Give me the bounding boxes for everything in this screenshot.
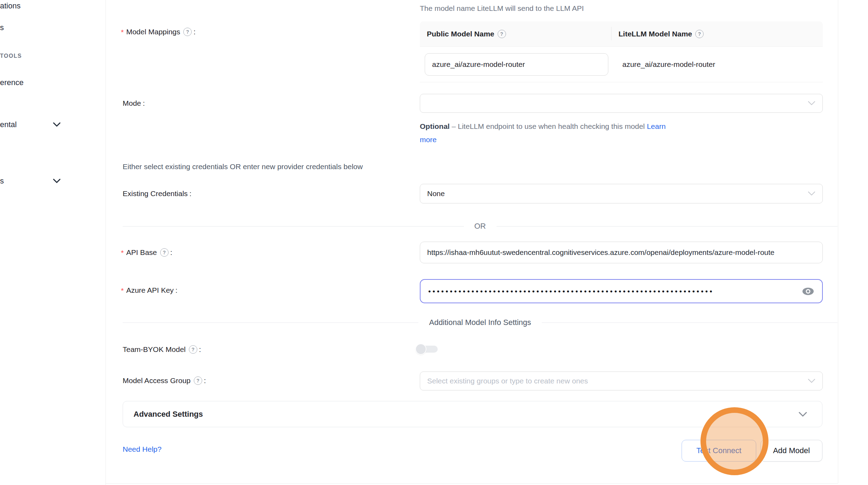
sidebar-section-label: TOOLS [0,53,22,59]
required-asterisk: * [121,28,124,36]
api-base-label: * API Base ? : [121,247,172,258]
test-connect-button[interactable]: Test Connect [682,440,756,462]
model-access-group-select[interactable]: Select existing groups or type to create… [420,372,823,390]
model-mappings-label: * Model Mappings ? : [121,26,196,37]
chevron-down-icon [808,101,815,106]
or-divider: OR [123,220,838,233]
mode-label-text: Mode [123,99,141,108]
chevron-down-icon [808,379,815,383]
question-circle-icon[interactable]: ? [189,345,197,354]
model-access-group-placeholder: Select existing groups or type to create… [427,377,588,385]
sidebar-item-clipped-2[interactable]: s [0,22,4,34]
label-colon: : [199,345,201,354]
required-asterisk: * [121,287,124,294]
label-colon: : [190,189,192,198]
additional-settings-divider-text: Additional Model Info Settings [418,318,541,327]
label-colon: : [170,248,172,257]
api-base-input-wrapper [420,242,823,263]
table-header-row: Public Model Name ? LiteLLM Model Name ? [420,21,823,47]
question-circle-icon[interactable]: ? [160,248,169,257]
eye-icon[interactable] [802,287,814,296]
model-name-help-text: The model name LiteLLM will send to the … [420,4,584,13]
api-base-label-text: API Base [126,248,157,257]
api-base-input[interactable] [420,248,822,257]
model-access-group-label: Model Access Group ? : [123,375,206,386]
sidebar-item-label: s [0,23,4,32]
add-model-button[interactable]: Add Model [760,440,822,462]
learn-more-link[interactable]: more [420,133,711,146]
chevron-down-icon [53,120,61,129]
masked-password-value: ••••••••••••••••••••••••••••••••••••••••… [428,287,798,296]
model-access-group-label-text: Model Access Group [123,376,191,385]
additional-settings-divider: Additional Model Info Settings [123,316,838,329]
table-row: azure_ai/azure-model-router [420,47,823,82]
sidebar-item-label: ental [0,120,17,129]
sidebar-divider [105,0,106,485]
public-model-name-input[interactable] [425,60,608,69]
chevron-down-icon [808,191,815,196]
sidebar-item-clipped-1[interactable]: ations [0,0,21,12]
azure-api-key-input[interactable]: ••••••••••••••••••••••••••••••••••••••••… [420,279,823,303]
existing-credentials-label: Existing Credentials : [123,188,191,199]
sidebar-item-label: ations [0,1,21,11]
advanced-settings-panel[interactable]: Advanced Settings [123,401,822,427]
sidebar-item-clipped-3[interactable]: erence [0,77,23,89]
mode-help-text: Optional – LiteLLM endpoint to use when … [420,120,711,146]
learn-more-link[interactable]: Learn [647,122,666,130]
add-model-page: ations s TOOLS erence ental s The model … [0,0,868,485]
content-bottom-border [105,483,838,484]
existing-credentials-select[interactable]: None [420,184,823,203]
existing-credentials-value: None [427,189,445,198]
sidebar-item-label: erence [0,78,23,87]
label-colon: : [204,376,206,385]
team-byok-label: Team-BYOK Model ? : [123,344,201,355]
label-colon: : [193,28,196,36]
question-circle-icon[interactable]: ? [498,30,506,38]
sidebar-item-clipped-4[interactable]: ental [0,119,17,131]
label-colon: : [176,286,178,295]
sidebar-item-clipped-5[interactable]: s [0,175,4,187]
table-header-litellm-model-name: LiteLLM Model Name ? [611,21,823,46]
public-model-name-input-wrapper [425,53,608,76]
or-divider-text: OR [464,222,497,231]
chevron-down-icon [798,411,807,417]
content-right-border [838,0,838,483]
need-help-link[interactable]: Need Help? [123,444,162,455]
azure-api-key-label: * Azure API Key : [121,285,177,296]
azure-api-key-label-text: Azure API Key [126,286,173,295]
mode-help-rest: – LiteLLM endpoint to use when health ch… [450,122,647,130]
toggle-knob [415,344,426,355]
mode-label: Mode : [123,98,145,109]
model-mappings-label-text: Model Mappings [126,28,180,36]
team-byok-label-text: Team-BYOK Model [123,345,186,354]
mode-select[interactable] [420,94,823,113]
mode-help-bold: Optional [420,122,450,130]
existing-credentials-label-text: Existing Credentials [123,189,188,198]
required-asterisk: * [121,249,124,256]
question-circle-icon[interactable]: ? [183,28,192,36]
model-mappings-table: Public Model Name ? LiteLLM Model Name ?… [420,21,823,82]
table-header-public-model-name: Public Model Name ? [420,21,611,46]
question-circle-icon[interactable]: ? [695,30,704,38]
advanced-settings-title: Advanced Settings [134,410,203,419]
sidebar-item-label: s [0,176,4,186]
litellm-model-name-value: azure_ai/azure-model-router [608,60,715,69]
question-circle-icon[interactable]: ? [194,376,202,385]
credentials-note: Either select existing credentials OR en… [123,161,363,172]
label-colon: : [143,99,145,108]
sidebar-section-tools: TOOLS [0,52,22,60]
chevron-down-icon [53,176,61,186]
team-byok-toggle[interactable] [415,344,438,355]
